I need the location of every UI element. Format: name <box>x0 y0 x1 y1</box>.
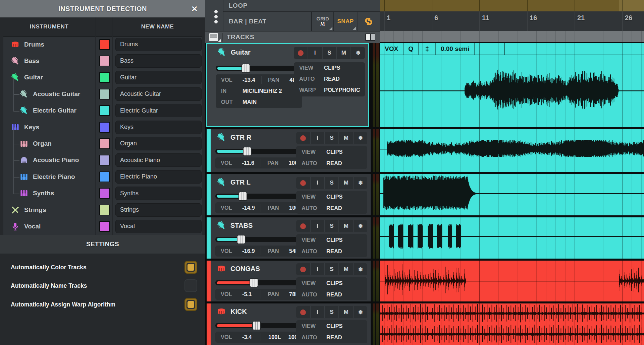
clip-header[interactable]: VOX Q 0.00 semi <box>380 43 644 55</box>
mute-button[interactable]: M <box>338 177 353 189</box>
mute-button[interactable]: M <box>336 47 351 59</box>
slider-handle[interactable] <box>243 147 252 156</box>
auto-value[interactable]: READ <box>326 334 342 341</box>
freeze-button[interactable]: ❄ <box>353 263 367 275</box>
instrument-row[interactable]: Strings Strings <box>3 202 202 218</box>
view-value[interactable]: CLIPS <box>326 323 343 329</box>
color-swatch[interactable] <box>99 205 110 215</box>
auto-value[interactable]: READ <box>324 76 340 82</box>
new-name-field[interactable]: Acoustic Guitar <box>115 87 202 101</box>
new-name-field[interactable]: Bass <box>115 54 202 68</box>
vol-value[interactable]: -11.6 <box>242 160 262 166</box>
checkbox-warp-algorithm[interactable] <box>184 298 197 311</box>
panel-layout-icon[interactable] <box>365 33 375 41</box>
track-list-icon[interactable] <box>209 33 218 41</box>
solo-button[interactable]: S <box>322 47 336 59</box>
solo-button[interactable]: S <box>324 306 339 318</box>
track-header-stabs[interactable]: STABS I S M ❄ VOL -16.9 PAN 54R VIEW CLI… <box>207 217 371 259</box>
volume-slider[interactable] <box>215 323 301 328</box>
track-header-gtr-r[interactable]: GTR R I S M ❄ VOL -11.6 PAN 100R VIEW CL… <box>207 129 371 172</box>
color-swatch[interactable] <box>99 89 110 99</box>
clip-stabs[interactable] <box>380 217 644 259</box>
slider-handle[interactable] <box>252 321 261 330</box>
new-name-field[interactable]: Organ <box>115 137 202 150</box>
loop-region-band[interactable] <box>380 0 644 11</box>
view-value[interactable]: CLIPS <box>326 237 343 243</box>
volume-slider[interactable] <box>215 280 301 285</box>
new-name-field[interactable]: Guitar <box>115 71 202 84</box>
snap-button[interactable]: SNAP <box>333 12 357 31</box>
color-swatch[interactable] <box>99 188 110 199</box>
track-name[interactable]: KICK <box>230 308 247 316</box>
instrument-row[interactable]: Keys Keys <box>3 119 202 135</box>
input-monitor-button[interactable]: I <box>310 132 324 144</box>
instrument-row[interactable]: Bass Bass <box>3 53 202 69</box>
new-name-field[interactable]: Strings <box>115 203 202 217</box>
auto-value[interactable]: READ <box>326 205 342 211</box>
beat-tick-band[interactable] <box>380 31 644 43</box>
pitch-value[interactable]: 0.00 semi <box>436 43 475 55</box>
instrument-row[interactable]: Acoustic Guitar Acoustic Guitar <box>3 86 202 102</box>
freeze-button[interactable]: ❄ <box>353 306 367 318</box>
record-arm-button[interactable] <box>296 177 310 189</box>
pitch-fader-icon[interactable] <box>419 43 436 55</box>
volume-slider[interactable] <box>215 237 301 242</box>
track-header-congas[interactable]: CONGAS I S M ❄ VOL -5.1 PAN 78L VIEW CLI… <box>207 261 371 301</box>
color-swatch[interactable] <box>99 155 110 165</box>
vol-value[interactable]: -5.1 <box>242 291 263 297</box>
track-name[interactable]: Guitar <box>231 49 251 56</box>
freeze-button[interactable]: ❄ <box>353 132 367 144</box>
grid-button[interactable]: GRID /4 <box>311 12 333 31</box>
vol-value[interactable]: -14.9 <box>242 205 263 211</box>
record-arm-button[interactable] <box>296 263 310 275</box>
freeze-button[interactable]: ❄ <box>353 177 367 189</box>
freeze-button[interactable]: ❄ <box>353 220 367 232</box>
volume-slider[interactable] <box>215 194 301 199</box>
track-name[interactable]: GTR R <box>230 134 251 141</box>
clip-gtr-r[interactable] <box>380 129 644 172</box>
color-swatch[interactable] <box>99 105 110 116</box>
instrument-row[interactable]: Acoustic Piano Acoustic Piano <box>3 152 202 168</box>
input-monitor-button[interactable]: I <box>308 47 322 59</box>
volume-slider[interactable] <box>216 66 302 71</box>
track-name[interactable]: CONGAS <box>230 265 260 273</box>
checkbox-name-tracks[interactable] <box>184 279 197 292</box>
quantize-badge[interactable]: Q <box>404 43 419 55</box>
mute-button[interactable]: M <box>338 132 353 144</box>
color-swatch[interactable] <box>99 72 110 83</box>
mute-button[interactable]: M <box>338 306 353 318</box>
loop-row[interactable]: LOOP <box>223 0 380 12</box>
vol-value[interactable]: -13.4 <box>243 77 263 83</box>
new-name-field[interactable]: Drums <box>115 38 202 51</box>
bar-number-ruler[interactable]: 1 6 11 16 21 26 <box>380 11 644 31</box>
solo-button[interactable]: S <box>324 263 339 275</box>
color-swatch[interactable] <box>99 122 110 133</box>
track-name[interactable]: GTR L <box>230 179 251 186</box>
track-header-gtr-l[interactable]: GTR L I S M ❄ VOL -14.9 PAN 100L VIEW CL… <box>207 174 371 215</box>
clip-congas[interactable] <box>380 261 644 301</box>
solo-button[interactable]: S <box>324 177 339 189</box>
clip-gtr-l[interactable] <box>380 174 644 215</box>
new-name-field[interactable]: Keys <box>115 121 202 134</box>
record-arm-button[interactable] <box>296 132 310 144</box>
instrument-row[interactable]: Vocal Vocal <box>3 218 202 234</box>
mute-button[interactable]: M <box>338 220 353 232</box>
color-swatch[interactable] <box>99 39 110 50</box>
volume-slider[interactable] <box>215 149 301 154</box>
view-value[interactable]: CLIPS <box>324 65 340 71</box>
input-monitor-button[interactable]: I <box>310 220 324 232</box>
new-name-field[interactable]: Acoustic Piano <box>115 153 202 167</box>
new-name-field[interactable]: Electric Guitar <box>115 104 202 117</box>
input-monitor-button[interactable]: I <box>310 306 324 318</box>
vol-value[interactable]: -3.4 <box>242 334 263 340</box>
instrument-row[interactable]: Synths Synths <box>3 185 202 202</box>
slider-handle[interactable] <box>250 278 258 287</box>
clip-vox[interactable]: VOX Q 0.00 semi <box>380 43 644 127</box>
view-value[interactable]: CLIPS <box>326 280 343 286</box>
instrument-row[interactable]: Electric Guitar Electric Guitar <box>3 102 202 119</box>
link-button[interactable] <box>358 12 379 31</box>
record-arm-button[interactable] <box>296 306 310 318</box>
close-icon[interactable]: × <box>189 3 201 15</box>
checkbox-color-tracks[interactable] <box>184 261 197 274</box>
new-name-field[interactable]: Vocal <box>115 220 202 233</box>
